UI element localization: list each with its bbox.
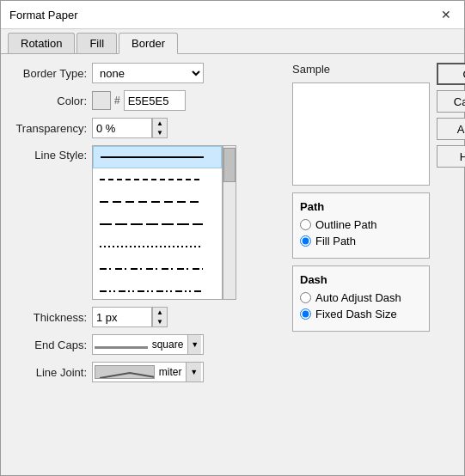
left-panel: Border Type: none Color: # E5E5E5 Transp…	[9, 63, 284, 467]
ok-button[interactable]: OK	[437, 63, 465, 85]
end-caps-label: End Caps:	[9, 339, 87, 351]
long-dash-preview	[100, 223, 203, 225]
solid-preview	[101, 156, 204, 158]
outline-path-label[interactable]: Outline Path	[315, 218, 377, 231]
color-row: Color: # E5E5E5	[9, 90, 284, 111]
line-style-long-dash[interactable]	[93, 213, 222, 235]
transparency-up-btn[interactable]: ▲	[153, 119, 167, 128]
line-joint-select[interactable]: miter ▼	[92, 362, 204, 382]
thickness-row: Thickness: 1 px ▲ ▼	[9, 307, 284, 327]
line-joint-icon-preview	[95, 365, 155, 379]
content-area: Border Type: none Color: # E5E5E5 Transp…	[1, 54, 464, 475]
close-button[interactable]: ✕	[437, 6, 456, 23]
line-style-section: Line Style:	[9, 145, 284, 300]
cancel-button[interactable]: Cancel	[437, 90, 465, 113]
end-caps-icon-preview	[95, 346, 148, 349]
line-joint-dropdown-arrow[interactable]: ▼	[186, 363, 201, 381]
fill-path-radio[interactable]	[300, 235, 311, 247]
dashed-md-preview	[100, 201, 203, 203]
end-caps-label-text: square	[150, 339, 186, 351]
end-caps-select[interactable]: square ▼	[92, 334, 204, 355]
sample-box	[292, 82, 430, 186]
sample-btn-row: Sample OK Cancel Apply Help	[292, 63, 456, 186]
line-style-dashed-md[interactable]	[93, 191, 222, 213]
dialog-title: Format Paper	[9, 9, 77, 21]
dash-section: Dash Auto Adjust Dash Fixed Dash Size	[292, 265, 430, 332]
line-style-list[interactable]	[92, 145, 223, 300]
color-swatch[interactable]	[92, 91, 111, 110]
dash-title: Dash	[300, 273, 422, 286]
path-section: Path Outline Path Fill Path	[292, 192, 430, 259]
auto-adjust-dash-radio[interactable]	[300, 292, 311, 303]
line-joint-row: Line Joint: miter ▼	[9, 362, 284, 382]
color-hex-input[interactable]: E5E5E5	[124, 90, 186, 111]
line-joint-label: Line Joint:	[9, 366, 87, 379]
line-joint-svg	[95, 366, 155, 379]
thickness-spinner-btns: ▲ ▼	[152, 307, 168, 327]
line-style-dash-dot[interactable]	[93, 258, 222, 280]
end-caps-dropdown-arrow[interactable]: ▼	[187, 335, 201, 354]
transparency-input[interactable]: 0 %	[92, 118, 152, 138]
border-type-row: Border Type: none	[9, 63, 284, 83]
line-style-dashed-sm[interactable]	[93, 168, 222, 191]
end-caps-row: End Caps: square ▼	[9, 334, 284, 355]
path-title: Path	[300, 200, 422, 213]
fixed-dash-row: Fixed Dash Size	[300, 308, 422, 320]
transparency-down-btn[interactable]: ▼	[153, 128, 167, 137]
thickness-input[interactable]: 1 px	[92, 307, 152, 327]
border-type-select[interactable]: none	[92, 63, 204, 83]
help-button[interactable]: Help	[437, 145, 465, 168]
line-joint-label-text: miter	[157, 366, 184, 378]
transparency-row: Transparency: 0 % ▲ ▼	[9, 118, 284, 138]
fill-path-row: Fill Path	[300, 235, 422, 247]
color-label: Color:	[9, 95, 87, 107]
fill-path-label[interactable]: Fill Path	[315, 235, 356, 247]
fixed-dash-label[interactable]: Fixed Dash Size	[315, 308, 397, 320]
transparency-spinner: 0 % ▲ ▼	[92, 118, 168, 138]
outline-path-radio[interactable]	[300, 219, 311, 230]
title-bar: Format Paper ✕	[1, 1, 464, 29]
transparency-spinner-btns: ▲ ▼	[152, 118, 168, 138]
auto-adjust-dash-label[interactable]: Auto Adjust Dash	[315, 291, 401, 304]
dash-dot-dot-preview	[100, 290, 203, 292]
color-swatch-row: # E5E5E5	[92, 90, 186, 111]
line-style-dash-dot-dot[interactable]	[93, 280, 222, 300]
apply-button[interactable]: Apply	[437, 118, 465, 140]
dashed-sm-preview	[100, 179, 203, 180]
outline-path-row: Outline Path	[300, 218, 422, 231]
button-column: OK Cancel Apply Help	[437, 63, 465, 168]
sample-label: Sample	[292, 63, 430, 76]
tab-fill[interactable]: Fill	[76, 33, 117, 53]
thickness-label: Thickness:	[9, 311, 87, 324]
line-style-scrollbar[interactable]	[223, 145, 236, 300]
fixed-dash-radio[interactable]	[300, 308, 311, 320]
thickness-down-btn[interactable]: ▼	[153, 317, 167, 326]
format-paper-dialog: Format Paper ✕ Rotation Fill Border Bord…	[0, 0, 465, 476]
line-style-label: Line Style:	[9, 145, 87, 162]
tab-border[interactable]: Border	[119, 33, 178, 54]
tab-bar: Rotation Fill Border	[1, 29, 464, 54]
border-type-label: Border Type:	[9, 67, 87, 80]
scrollbar-thumb	[223, 148, 236, 182]
line-style-solid[interactable]	[93, 146, 222, 168]
color-hash: #	[114, 95, 120, 107]
thickness-up-btn[interactable]: ▲	[153, 308, 167, 317]
dotted-preview	[100, 246, 203, 247]
tab-rotation[interactable]: Rotation	[8, 33, 75, 53]
sample-area: Sample	[292, 63, 430, 186]
auto-adjust-dash-row: Auto Adjust Dash	[300, 291, 422, 304]
right-area: Sample OK Cancel Apply Help Path Outline…	[292, 63, 456, 467]
line-style-wrapper	[92, 145, 236, 300]
transparency-label: Transparency:	[9, 122, 87, 135]
line-style-dotted[interactable]	[93, 235, 222, 258]
dash-dot-preview	[100, 268, 203, 270]
thickness-spinner: 1 px ▲ ▼	[92, 307, 168, 327]
